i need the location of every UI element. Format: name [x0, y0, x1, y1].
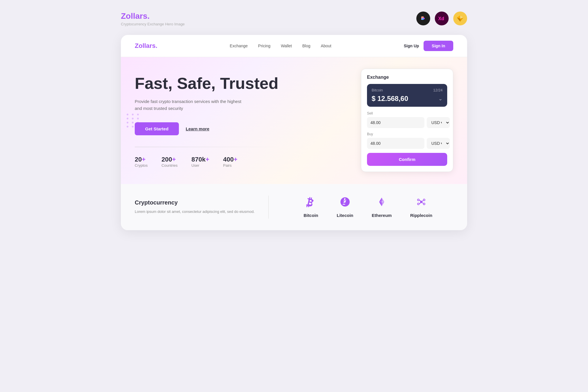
tool-icons: 𝔽 Xd	[416, 12, 467, 25]
bitcoin-label: Bitcoin	[372, 88, 383, 92]
svg-text:₤: ₤	[342, 199, 345, 205]
stat-pairs: 400+ Pairs	[223, 156, 237, 168]
litecoin-name: Litecoin	[337, 213, 353, 218]
svg-marker-17	[382, 202, 384, 206]
buy-input[interactable]	[367, 138, 424, 149]
signup-button[interactable]: Sign Up	[404, 44, 419, 48]
outer-brand-subtitle: Cryptocurrency Exchange Hero Image	[121, 22, 185, 26]
hero-buttons: Get Started Learn more	[135, 122, 302, 135]
crypto-divider	[268, 196, 269, 219]
sell-input[interactable]	[367, 117, 424, 128]
hero-title: Fast, Safe, Trusted	[135, 74, 302, 92]
navbar: Zollars. Exchange Pricing Wallet Blog Ab…	[121, 35, 467, 57]
buy-label: Buy	[367, 132, 447, 136]
crypto-list: Bitcoin ₤ Litecoin	[282, 197, 453, 218]
hero-divider	[135, 147, 279, 147]
buy-currency-select[interactable]: USD ▾ EUR ▾ BTC ▾	[427, 138, 450, 149]
nav-actions: Sign Up Sign In	[404, 41, 453, 51]
exchange-card-title: Exchange	[367, 75, 447, 80]
svg-text:Xd: Xd	[438, 16, 444, 21]
crypto-item-litecoin: ₤ Litecoin	[337, 197, 353, 218]
sketch-icon	[453, 12, 467, 25]
ethereum-icon	[377, 197, 387, 209]
crypto-text: Cryptocurrency Lorem ipsum dolor sit ame…	[135, 199, 254, 215]
chevron-down-icon[interactable]: ⌄	[438, 95, 443, 102]
svg-text:𝔽: 𝔽	[421, 16, 424, 20]
sell-row: USD ▾ EUR ▾ BTC ▾	[367, 117, 447, 128]
outer-brand: Zollars. Cryptocurrency Exchange Hero Im…	[121, 12, 185, 26]
crypto-section: Cryptocurrency Lorem ipsum dolor sit ame…	[121, 184, 467, 230]
outer-header: Zollars. Cryptocurrency Exchange Hero Im…	[121, 12, 467, 26]
stat-countries-label: Countries	[162, 163, 178, 168]
buy-row: USD ▾ EUR ▾ BTC ▾	[367, 138, 447, 149]
sell-currency-select[interactable]: USD ▾ EUR ▾ BTC ▾	[427, 117, 450, 128]
nav-item-about[interactable]: About	[321, 43, 332, 48]
nav-item-exchange[interactable]: Exchange	[230, 43, 248, 48]
stat-cryptos: 20+ Cryptos	[135, 156, 148, 168]
svg-point-23	[417, 203, 419, 205]
exchange-card: Exchange Bitcoin 12/24 $ 12.568,60 ⌄ Sel…	[361, 69, 453, 172]
crypto-item-ripple: Ripplecoin	[410, 197, 432, 218]
bitcoin-icon	[306, 197, 316, 209]
hero-content: Fast, Safe, Trusted Provide fast crypto …	[135, 74, 302, 168]
signin-button[interactable]: Sign In	[424, 41, 453, 51]
svg-point-22	[423, 199, 425, 201]
confirm-button[interactable]: Confirm	[367, 153, 447, 166]
crypto-item-bitcoin: Bitcoin	[304, 197, 318, 218]
hero-description: Provide fast crypto transaction services…	[135, 98, 244, 112]
ripple-icon	[416, 197, 426, 209]
svg-line-28	[422, 202, 423, 204]
outer-brand-name: Zollars.	[121, 12, 185, 21]
ethereum-name: Ethereum	[372, 213, 392, 218]
xd-icon: Xd	[435, 12, 449, 25]
stat-countries: 200+ Countries	[162, 156, 178, 168]
nav-brand: Zollars.	[135, 42, 157, 50]
hero-stats: 20+ Cryptos 200+ Countries 870k+ User 40…	[135, 156, 302, 168]
stat-users: 870k+ User	[191, 156, 209, 168]
svg-line-26	[422, 200, 423, 202]
bitcoin-card: Bitcoin 12/24 $ 12.568,60 ⌄	[367, 84, 447, 107]
litecoin-icon: ₤	[340, 197, 350, 209]
bitcoin-value: $ 12.568,60	[372, 95, 408, 103]
bitcoin-date: 12/24	[433, 88, 443, 92]
dot-pattern	[127, 114, 140, 127]
nav-item-wallet[interactable]: Wallet	[281, 43, 292, 48]
svg-marker-16	[379, 202, 382, 206]
get-started-button[interactable]: Get Started	[135, 122, 179, 135]
crypto-item-ethereum: Ethereum	[372, 197, 392, 218]
main-card: Zollars. Exchange Pricing Wallet Blog Ab…	[121, 35, 467, 230]
figma-icon: 𝔽	[416, 12, 430, 25]
bitcoin-name: Bitcoin	[304, 213, 318, 218]
stat-users-label: User	[191, 163, 209, 168]
nav-links: Exchange Pricing Wallet Blog About	[230, 43, 331, 48]
crypto-description: Lorem ipsum dolor sit amet, consectetur …	[135, 209, 254, 215]
stat-cryptos-label: Cryptos	[135, 163, 148, 168]
svg-point-21	[417, 199, 419, 201]
nav-item-pricing[interactable]: Pricing	[258, 43, 271, 48]
sell-label: Sell	[367, 111, 447, 115]
learn-more-button[interactable]: Learn more	[186, 126, 209, 131]
crypto-heading: Cryptocurrency	[135, 199, 254, 206]
nav-item-blog[interactable]: Blog	[302, 43, 310, 48]
svg-point-24	[423, 203, 425, 205]
ripple-name: Ripplecoin	[410, 213, 432, 218]
stat-pairs-label: Pairs	[223, 163, 237, 168]
hero-section: Fast, Safe, Trusted Provide fast crypto …	[121, 57, 467, 184]
